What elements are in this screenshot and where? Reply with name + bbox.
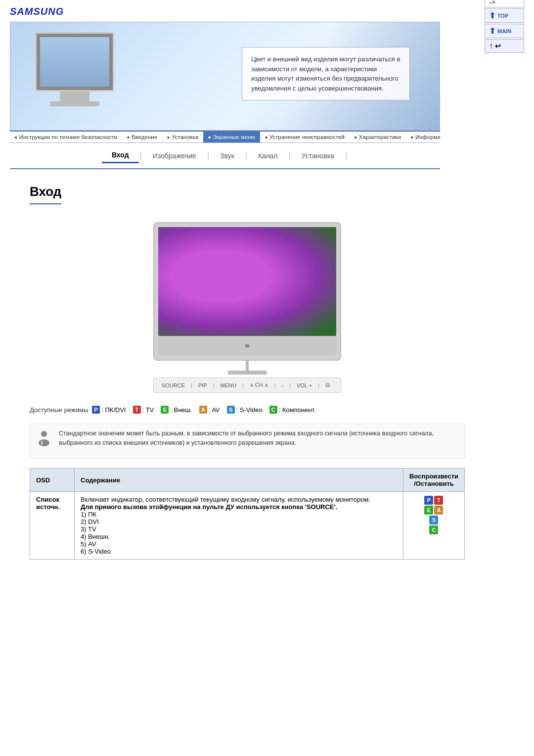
nav-item-intro[interactable]: Введение — [122, 132, 162, 142]
mode-p: P : ПК/DVI — [92, 406, 126, 414]
tv-bottom-bar — [158, 336, 336, 356]
mode-s: S : S-Video — [227, 406, 263, 414]
tab-vhod[interactable]: Вход — [102, 148, 139, 163]
nav-item-specs[interactable]: Характеристики — [350, 132, 406, 142]
nav-item-trouble[interactable]: Устранение неисправностей — [260, 132, 350, 142]
nav-item-osd[interactable]: Экранные меню — [203, 132, 260, 142]
tv-stand-neck — [246, 361, 249, 371]
main-button[interactable]: ⬆ MAIN — [485, 24, 524, 38]
tv-indicator-dot — [245, 344, 249, 348]
table-icon-t: T — [434, 496, 443, 505]
monitor-illustration — [25, 32, 124, 116]
mode-a: A : AV — [199, 406, 220, 414]
banner-image: Цвет и внешний вид изделия могут различа… — [10, 22, 440, 131]
tab-install[interactable]: Установка — [292, 149, 344, 163]
tab-sound[interactable]: Звук — [210, 149, 244, 163]
modes-section: Доступные режимы P : ПК/DVI T : TV E : В… — [30, 406, 465, 414]
top-icon: ⬆ — [489, 11, 495, 20]
banner-text: Цвет и внешний вид изделия могут различа… — [242, 47, 410, 100]
controls-bar: SOURCE | PIP | MENU | ∨ CH ∧ | - | VOL +… — [153, 378, 341, 393]
table-cell-content: Включает индикатор, соответствующий теку… — [75, 492, 403, 560]
menu-tabs: Вход | Изображение | Звук | Канал | Уста… — [10, 143, 440, 169]
top-button[interactable]: ⬆ TOP — [485, 8, 524, 23]
tab-image[interactable]: Изображение — [143, 149, 206, 163]
note-icon — [35, 429, 53, 453]
arrow-btn[interactable]: --> — [485, 0, 524, 7]
table-icon-p: P — [424, 496, 433, 505]
ctrl-menu[interactable]: MENU — [221, 382, 236, 388]
page-title: Вход — [30, 184, 61, 204]
back-button[interactable]: ↑ ↩ — [485, 39, 524, 53]
table-icon-c: C — [429, 525, 438, 534]
samsung-logo: SAMSUNG — [10, 5, 524, 18]
table-icon-a: A — [434, 506, 443, 515]
ctrl-vol-plus[interactable]: VOL + — [297, 382, 312, 388]
nav-item-safety[interactable]: Инструкции по технике безопасности — [10, 132, 122, 142]
ctrl-pip[interactable]: PIP — [198, 382, 207, 388]
note-box: Стандартное значение может быть разным, … — [30, 424, 465, 458]
tv-screen — [158, 227, 336, 336]
nav-item-info[interactable]: Информация — [406, 132, 440, 142]
main-content: Вход SOURCE | PIP | MENU | ∨ CH ∧ | - | … — [0, 169, 494, 574]
modes-label: Доступные режимы — [30, 406, 88, 414]
side-buttons[interactable]: --> ⬆ TOP ⬆ MAIN ↑ ↩ — [485, 0, 524, 53]
table-header-osd: OSD — [30, 469, 75, 492]
svg-rect-2 — [41, 441, 43, 445]
ctrl-mute[interactable]: ⊟ — [325, 382, 330, 388]
table-icon-e: E — [424, 506, 433, 515]
ctrl-vol-minus[interactable]: - — [282, 382, 284, 388]
table-cell-osd: Список источн. — [30, 492, 75, 560]
table-header-content: Содержание — [75, 469, 403, 492]
ctrl-ch[interactable]: ∨ CH ∧ — [250, 382, 268, 388]
main-icon: ⬆ — [489, 26, 495, 36]
svg-point-1 — [39, 439, 49, 446]
mode-c: C : Компонент. — [269, 406, 316, 414]
mode-e: E : Внеш. — [161, 406, 192, 414]
data-table: OSD Содержание Воспроизвести /Остановить… — [30, 468, 465, 560]
tab-channel[interactable]: Канал — [248, 149, 288, 163]
ctrl-source[interactable]: SOURCE — [162, 382, 185, 388]
tv-frame — [153, 222, 341, 361]
table-row: Список источн. Включает индикатор, соотв… — [30, 492, 465, 560]
header: SAMSUNG Цвет и внешний вид изделия могут… — [0, 0, 534, 169]
svg-point-0 — [41, 431, 47, 437]
tv-stand-base — [227, 371, 267, 375]
note-text: Стандартное значение может быть разным, … — [59, 429, 459, 448]
table-cell-icons: P T E A S C — [403, 492, 464, 560]
arrow-icon: --> — [489, 0, 495, 5]
table-icon-s: S — [429, 516, 438, 524]
nav-item-setup[interactable]: Установка — [162, 132, 203, 142]
table-header-play: Воспроизвести /Остановить — [403, 469, 464, 492]
mode-t: T : TV — [133, 406, 154, 414]
back-icon: ↑ — [489, 42, 493, 50]
nav-bar: Инструкции по технике безопасности Введе… — [10, 131, 440, 143]
